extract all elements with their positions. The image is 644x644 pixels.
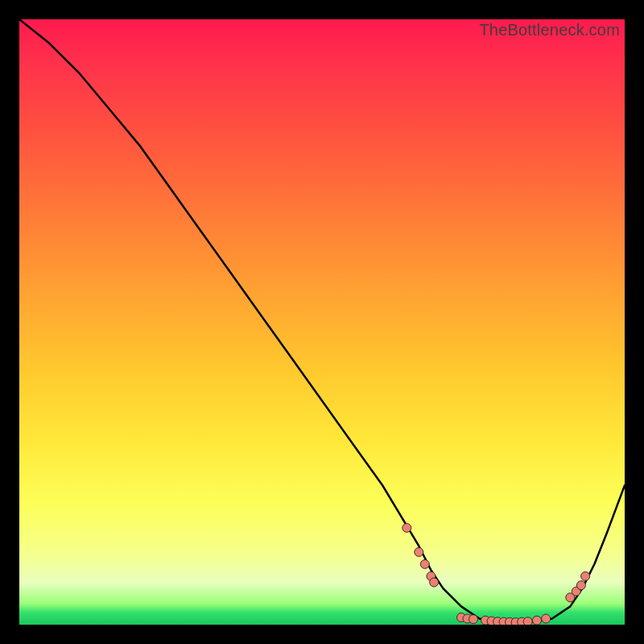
data-point — [415, 547, 423, 556]
data-point — [402, 523, 411, 532]
data-point — [469, 615, 478, 624]
data-point — [430, 578, 439, 587]
data-point — [523, 617, 532, 625]
curve-layer — [19, 19, 625, 625]
data-point — [542, 614, 551, 623]
data-point — [581, 572, 590, 580]
bottleneck-curve — [19, 19, 625, 622]
data-point — [533, 616, 542, 625]
chart-frame: TheBottleneck.com — [0, 0, 644, 644]
data-point — [576, 581, 585, 590]
data-point — [420, 559, 429, 568]
plot-area: TheBottleneck.com — [19, 19, 625, 625]
